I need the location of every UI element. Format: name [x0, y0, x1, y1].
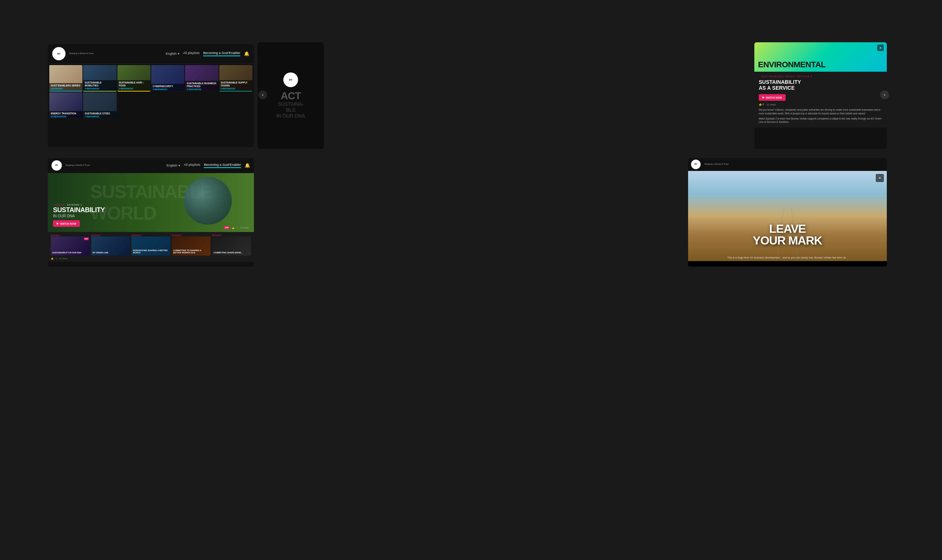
- video-logo: BV: [691, 160, 701, 169]
- ep4-title: COMMITTING TO SHAPING A BETTER WORKPLACE: [173, 249, 210, 254]
- panel-episode-modal: ENVIRONMENTAL × SUST'ENABLERS SERIESEPIS…: [754, 42, 887, 149]
- episode-card-4[interactable]: EPISODE 4 COMMITTING TO SHAPING A BETTER…: [172, 234, 211, 255]
- bureau-veritas-logo: BV: [52, 47, 65, 60]
- episode-close-button[interactable]: ×: [877, 45, 884, 51]
- episodes-strip: EPISODE 1 TOP SUSTAINABILITY IN OUR DNA …: [48, 232, 254, 262]
- main-bell-icon[interactable]: 🔔: [245, 163, 250, 168]
- episodes-row: EPISODE 1 TOP SUSTAINABILITY IN OUR DNA …: [51, 234, 251, 255]
- hero-content: SERIES EPISODE 1 SUSTAINABILITY IN OUR D…: [53, 204, 105, 227]
- playlist-grid: SUST'ENABLERS SERIES 6 EPISODES SUSTAINA…: [48, 64, 254, 120]
- episode-likes: 👍 4: [759, 103, 763, 106]
- panel-playlist: BV Shaping a World of Trust English ▾ Al…: [48, 44, 254, 147]
- playlist-item-cyber[interactable]: CYBERSECURITY 4 RESOURCES: [151, 65, 184, 92]
- main-lang-selector[interactable]: English ▾: [167, 164, 180, 167]
- main-nav-playlists[interactable]: All playlists: [184, 163, 200, 168]
- playlist-item-cities[interactable]: SUSTAINABLE CITIES 7 RESOURCES: [83, 92, 116, 119]
- hero-title: SUSTAINABILITY: [53, 207, 105, 214]
- act-logo: BV: [283, 72, 298, 87]
- main-hero: SUSTAINABLEWORLD SERIES EPISODE 1 SUSTAI…: [48, 173, 254, 232]
- notification-bell-icon[interactable]: 🔔: [244, 51, 250, 56]
- hero-meta: TOP 👍 7 23 views: [224, 226, 249, 229]
- watch-now-button[interactable]: ▶WATCH NOW: [759, 94, 786, 101]
- video-subtitle: This is a huge lever for business develo…: [688, 256, 887, 259]
- playlist-header: BV Shaping a World of Trust English ▾ Al…: [48, 44, 254, 64]
- playlist-item-agri[interactable]: SUSTAINABLE AGRI – FOOD 2 RESOURCES: [117, 65, 151, 92]
- panel-main-episode: BV Shaping a World of Trust English ▾ Al…: [48, 158, 254, 266]
- episode-views: 31 views: [766, 103, 775, 106]
- ep5-title: COMMITTING SHAPE ENVIR...: [213, 251, 250, 254]
- playlist-item-sust-enablers[interactable]: SUST'ENABLERS SERIES 6 EPISODES: [49, 65, 82, 92]
- playlist-item-biz[interactable]: SUSTAINABLE BUSINESS PRACTICES 3 RESOURC…: [185, 65, 218, 92]
- ep3-title: INTRODUCING SHAPING A BETTER WORLD: [133, 249, 169, 254]
- playlist-item-mobilities[interactable]: SUSTAINABLE MOBILITIES 4 RESOURCES: [83, 65, 116, 92]
- language-selector[interactable]: English ▾: [166, 52, 180, 55]
- episode-card-5[interactable]: EPISODE 5 COMMITTING SHAPE ENVIR...: [212, 234, 251, 255]
- panel-video-player: BV Shaping a World of Trust LEAVE YOUR M…: [688, 158, 887, 266]
- ep1-title: SUSTAINABILITY IN OUR DNA: [52, 251, 88, 254]
- main-logo: BV: [51, 160, 62, 171]
- episode-hero-title: ENVIRONMENTAL: [758, 61, 826, 69]
- episode-series-tag: SUST'ENABLERS SERIESEPISODE 2: [759, 75, 882, 78]
- ep1-top-badge: TOP: [84, 237, 88, 240]
- episode-card-2[interactable]: EPISODE 2 BV GREEN LINE: [91, 234, 130, 255]
- act-subtitle3: IN OUR DNA: [276, 113, 305, 119]
- main-logo-tagline: Shaping a World of Trust: [65, 164, 90, 167]
- playlist-item-energy[interactable]: ENERGY TRANSITION 15 RESOURCES: [49, 92, 82, 119]
- episode-stats: 👍 4 31 views: [759, 103, 882, 106]
- carousel-next-arrow[interactable]: ›: [880, 91, 889, 99]
- main-panel-header: BV Shaping a World of Trust English ▾ Al…: [48, 158, 254, 173]
- episode-card-1[interactable]: EPISODE 1 TOP SUSTAINABILITY IN OUR DNA: [51, 234, 90, 255]
- video-logo-tagline: Shaping a World of Trust: [704, 163, 729, 166]
- logo-tagline: Shaping a World of Trust: [69, 52, 94, 55]
- act-subtitle: SUSTAINA-: [278, 101, 304, 107]
- episode-title-main: SUSTAINABILITY AS A SERVICE: [759, 79, 882, 91]
- video-controls: ▶ 🔊 1:02 / 1:42 👍 7 31 views ⬇ ⬜ ▣ ⛶: [688, 261, 887, 266]
- episode-hero: ENVIRONMENTAL ×: [754, 42, 887, 72]
- nav-all-playlists[interactable]: All playlists: [183, 51, 200, 56]
- panel-act-background: BV ACT SUSTAINA- BLE IN OUR DNA: [257, 42, 324, 149]
- video-header: BV Shaping a World of Trust: [688, 158, 887, 171]
- top-badge: TOP: [224, 226, 230, 229]
- carousel-prev-arrow[interactable]: ‹: [258, 91, 267, 99]
- strip-meta: 👍 4 31 views: [51, 257, 251, 260]
- episode-body: SUST'ENABLERS SERIESEPISODE 2 SUSTAINABI…: [754, 72, 887, 128]
- episode-description2: Watch Episode 2 to learn how Bureau Veri…: [759, 117, 882, 124]
- episode-description: Did you know? Citizens, companies and pu…: [759, 108, 882, 115]
- hero-watch-button[interactable]: ▶WATCH NOW: [53, 220, 80, 227]
- video-title-overlay: LEAVE YOUR MARK: [688, 223, 887, 246]
- video-close-button[interactable]: ×: [876, 174, 884, 182]
- hero-globe: [184, 177, 232, 225]
- act-title: ACT: [281, 91, 301, 101]
- hero-subtitle: IN OUR DNA: [53, 214, 105, 218]
- nav-becoming[interactable]: Becoming a Sust'Enabler: [203, 51, 240, 56]
- episode-card-3[interactable]: EPISODE 3 INTRODUCING SHAPING A BETTER W…: [131, 234, 170, 255]
- act-subtitle2: BLE: [286, 107, 296, 113]
- playlist-item-supply[interactable]: SUSTAINABLE SUPPLY CHAINS 6 RESOURCES: [219, 65, 253, 92]
- video-frame: LEAVE YOUR MARK × This is a huge lever f…: [688, 171, 887, 261]
- ep2-title: BV GREEN LINE: [93, 251, 129, 254]
- hero-series-badge: SERIES EPISODE 1: [53, 204, 105, 206]
- main-nav-becoming[interactable]: Becoming a Sust'Enabler: [204, 163, 241, 168]
